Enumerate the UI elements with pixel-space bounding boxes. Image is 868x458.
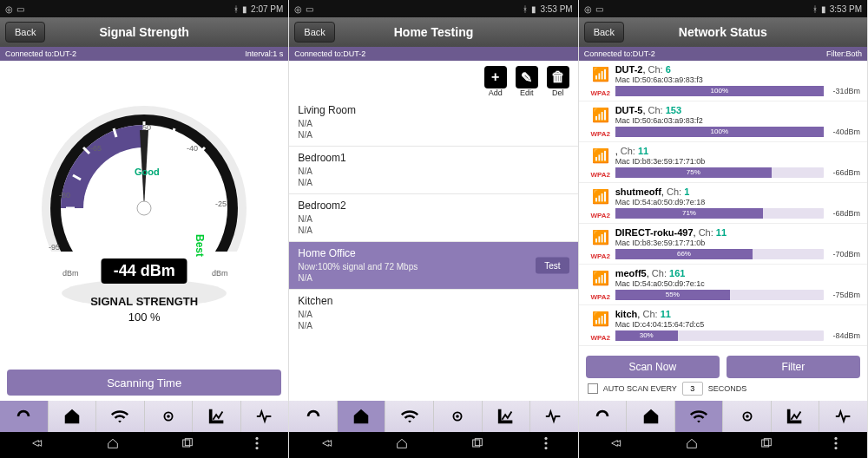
tick-40: -40	[187, 144, 198, 153]
bluetooth-icon: ᚼ	[523, 4, 528, 14]
header: Back Home Testing	[289, 17, 577, 47]
room-name: Living Room	[298, 104, 569, 116]
network-name: DIRECT-roku-497, Ch: 11	[615, 227, 860, 238]
room-item[interactable]: KitchenN/AN/A	[289, 289, 577, 337]
android-navbar	[579, 432, 867, 458]
tab-wifi[interactable]	[96, 401, 145, 432]
tab-target[interactable]	[723, 401, 772, 432]
nav-back-icon[interactable]	[29, 436, 46, 454]
autoscan-row: AUTO SCAN EVERY SECONDS	[579, 382, 867, 401]
dbm-value: -44 dBm	[102, 258, 187, 284]
nav-back-icon[interactable]	[319, 436, 336, 454]
tab-chart[interactable]	[772, 401, 820, 432]
network-list[interactable]: 📶WPA2DUT-2, Ch: 6Mac ID:50:6a:03:a9:83:f…	[579, 61, 867, 350]
network-name: DUT-2, Ch: 6	[615, 64, 860, 75]
network-row[interactable]: 📶WPA2, Ch: 11Mac ID:b8:3e:59:17:71:0b75%…	[579, 142, 867, 183]
signal-bar: 100%	[615, 86, 824, 96]
dbm-value: -84dBm	[829, 331, 860, 340]
nav-menu-icon[interactable]	[254, 436, 260, 454]
trash-icon: 🗑	[547, 66, 569, 88]
nav-menu-icon[interactable]	[833, 436, 838, 454]
tab-pulse[interactable]	[819, 401, 867, 432]
panel-network-status: ◎▭ ᚼ▮3:53 PM Back Network Status Connect…	[579, 0, 868, 458]
security-label: WPA2	[590, 252, 610, 260]
info-strip: Connected to:DUT-2	[289, 47, 577, 61]
nav-home-icon[interactable]	[683, 436, 700, 454]
room-item[interactable]: Living RoomN/AN/A	[289, 99, 577, 146]
battery-icon: ▮	[242, 4, 247, 14]
scan-now-button[interactable]: Scan Now	[586, 356, 720, 378]
tab-pulse[interactable]	[530, 401, 578, 432]
room-item[interactable]: Bedroom2N/AN/A	[289, 193, 577, 241]
dbm-value: -68dBm	[829, 209, 860, 218]
back-button[interactable]: Back	[584, 22, 624, 43]
good-label: Good	[135, 167, 160, 177]
autoscan-seconds-input[interactable]	[682, 382, 703, 396]
network-row[interactable]: 📶WPA2DUT-2, Ch: 6Mac ID:50:6a:03:a9:83:f…	[579, 61, 867, 101]
back-button[interactable]: Back	[5, 22, 45, 43]
toolbar: +Add ✎Edit 🗑Del	[289, 61, 577, 99]
room-line1: N/A	[298, 213, 569, 225]
tab-chart[interactable]	[193, 401, 241, 432]
filter-button[interactable]: Filter	[727, 356, 860, 378]
svg-point-32	[746, 415, 749, 418]
del-label: Del	[552, 88, 564, 97]
add-button[interactable]: +Add	[484, 66, 507, 97]
info-strip: Connected to:DUT-2 Filter:Both	[579, 47, 867, 61]
network-row[interactable]: 📶WPA2shutmeoff, Ch: 1Mac ID:54:a0:50:d9:…	[579, 183, 867, 224]
mac-address: Mac ID:50:6a:03:a9:83:f2	[615, 116, 860, 125]
header: Back Network Status	[579, 17, 867, 47]
delete-button[interactable]: 🗑Del	[547, 66, 569, 97]
network-name: DUT-5, Ch: 153	[615, 105, 860, 115]
signal-bar: 30%	[615, 330, 824, 341]
mac-address: Mac ID:54:a0:50:d9:7e:1c	[615, 279, 860, 288]
nav-recent-icon[interactable]	[179, 436, 196, 454]
nav-recent-icon[interactable]	[469, 436, 486, 454]
dbm-value: -75dBm	[829, 291, 860, 299]
add-label: Add	[489, 88, 503, 97]
wifi-icon: 📶	[592, 229, 609, 245]
room-name: Bedroom2	[298, 200, 569, 212]
scanning-time-button[interactable]: Scanning Time	[7, 370, 281, 396]
network-row[interactable]: 📶WPA2meoff5, Ch: 161Mac ID:54:a0:50:d9:7…	[579, 265, 867, 305]
network-row[interactable]: 📶WPA2DIRECT-roku-497, Ch: 11Mac ID:b8:3e…	[579, 224, 867, 265]
nav-home-icon[interactable]	[393, 436, 411, 454]
nav-back-icon[interactable]	[608, 436, 625, 454]
svg-point-15	[137, 201, 151, 215]
tab-gauge[interactable]	[289, 401, 338, 432]
tab-target[interactable]	[434, 401, 483, 432]
nav-menu-icon[interactable]	[543, 436, 549, 454]
bottom-tabs	[0, 401, 288, 432]
tab-pulse[interactable]	[241, 401, 289, 432]
bottom-tabs	[579, 401, 867, 432]
room-item[interactable]: Home OfficeNow:100% signal and 72 MbpsN/…	[289, 241, 577, 289]
nav-home-icon[interactable]	[104, 436, 122, 454]
panel-home-testing: ◎▭ ᚼ▮3:53 PM Back Home Testing Connected…	[289, 0, 578, 458]
test-button[interactable]: Test	[536, 258, 569, 274]
tab-wifi[interactable]	[675, 401, 724, 432]
tab-target[interactable]	[145, 401, 194, 432]
tab-home[interactable]	[49, 401, 97, 432]
signal-bar: 55%	[615, 290, 824, 300]
network-row[interactable]: 📶WPA2DUT-5, Ch: 153Mac ID:50:6a:03:a9:83…	[579, 101, 867, 142]
network-name: , Ch: 11	[615, 146, 860, 156]
dbm-left: dBm	[62, 269, 79, 278]
back-button[interactable]: Back	[294, 22, 334, 43]
tab-home[interactable]	[338, 401, 386, 432]
nav-recent-icon[interactable]	[758, 436, 775, 454]
room-line1: N/A	[298, 166, 569, 177]
tab-gauge[interactable]	[579, 401, 628, 432]
tab-wifi[interactable]	[385, 401, 434, 432]
tab-chart[interactable]	[483, 401, 531, 432]
edit-button[interactable]: ✎Edit	[516, 66, 538, 97]
dbm-value: -70dBm	[829, 250, 860, 258]
tab-home[interactable]	[627, 401, 675, 432]
network-row[interactable]: 📶WPA2kitch, Ch: 11Mac ID:c4:04:15:64:7d:…	[579, 305, 867, 346]
signal-bar: 75%	[615, 167, 824, 178]
pic-icon: ▭	[306, 4, 313, 14]
tab-gauge[interactable]	[0, 401, 49, 432]
autoscan-checkbox[interactable]	[588, 383, 598, 394]
room-item[interactable]: Bedroom1N/AN/A	[289, 146, 577, 193]
battery-icon: ▮	[821, 4, 826, 14]
svg-point-25	[456, 415, 459, 418]
